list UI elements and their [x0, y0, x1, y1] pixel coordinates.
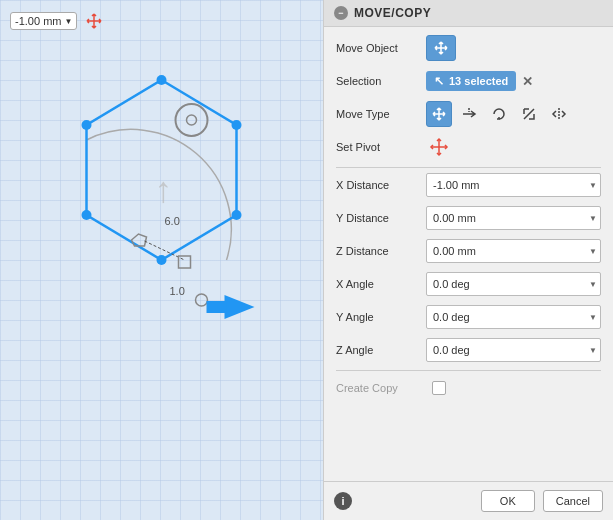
z-distance-row: Z Distance ▼ — [336, 238, 601, 264]
z-angle-input[interactable] — [426, 338, 601, 362]
cursor-icon: ↖ — [434, 74, 444, 88]
panel: − MOVE/COPY Move Object Selection ↖ 13 — [323, 0, 613, 520]
svg-point-3 — [232, 210, 242, 220]
x-angle-control: ▼ — [426, 272, 601, 296]
selection-label: Selection — [336, 75, 426, 87]
move-object-row: Move Object — [336, 35, 601, 61]
selection-count: 13 selected — [449, 75, 508, 87]
x-distance-label: X Distance — [336, 179, 426, 191]
selection-clear-button[interactable]: ✕ — [522, 74, 533, 89]
info-icon[interactable]: i — [334, 492, 352, 510]
cancel-button[interactable]: Cancel — [543, 490, 603, 512]
svg-point-4 — [157, 255, 167, 265]
move-object-label: Move Object — [336, 42, 426, 54]
y-angle-row: Y Angle ▼ — [336, 304, 601, 330]
y-distance-input[interactable] — [426, 206, 601, 230]
move-object-button[interactable] — [426, 35, 456, 61]
z-distance-input[interactable] — [426, 239, 601, 263]
move-type-rotate-button[interactable] — [486, 101, 512, 127]
x-angle-input[interactable] — [426, 272, 601, 296]
svg-marker-11 — [132, 234, 147, 246]
move-type-icons — [426, 101, 572, 127]
panel-header: − MOVE/COPY — [324, 0, 613, 27]
canvas-drawing: ↑ 6.0 1.0 — [0, 0, 323, 520]
svg-rect-17 — [207, 301, 227, 313]
move-type-label: Move Type — [336, 108, 426, 120]
z-angle-control: ▼ — [426, 338, 601, 362]
svg-point-1 — [157, 75, 167, 85]
selection-control: ↖ 13 selected ✕ — [426, 71, 601, 91]
svg-text:6.0: 6.0 — [165, 215, 180, 227]
y-angle-control: ▼ — [426, 305, 601, 329]
panel-body: Move Object Selection ↖ 13 selected ✕ — [324, 27, 613, 481]
divider-2 — [336, 370, 601, 371]
y-angle-label: Y Angle — [336, 311, 426, 323]
y-distance-row: Y Distance ▼ — [336, 205, 601, 231]
z-distance-control: ▼ — [426, 239, 601, 263]
z-angle-label: Z Angle — [336, 344, 426, 356]
panel-minimize-icon[interactable]: − — [334, 6, 348, 20]
x-angle-label: X Angle — [336, 278, 426, 290]
svg-point-5 — [82, 210, 92, 220]
create-copy-checkbox[interactable] — [432, 381, 446, 395]
z-angle-row: Z Angle ▼ — [336, 337, 601, 363]
footer-buttons: OK Cancel — [481, 490, 603, 512]
svg-rect-13 — [179, 256, 191, 268]
move-type-row: Move Type — [336, 101, 601, 127]
set-pivot-control — [426, 134, 601, 160]
move-type-scale-button[interactable] — [516, 101, 542, 127]
canvas-area: -1.00 mm ▼ ↑ 6.0 — [0, 0, 323, 520]
y-distance-label: Y Distance — [336, 212, 426, 224]
ok-button[interactable]: OK — [481, 490, 535, 512]
svg-text:↑: ↑ — [155, 169, 173, 210]
svg-point-2 — [232, 120, 242, 130]
svg-point-6 — [82, 120, 92, 130]
y-distance-control: ▼ — [426, 206, 601, 230]
x-angle-row: X Angle ▼ — [336, 271, 601, 297]
set-pivot-button[interactable] — [426, 134, 452, 160]
move-type-translate-button[interactable] — [426, 101, 452, 127]
x-distance-control: ▼ — [426, 173, 601, 197]
set-pivot-row: Set Pivot — [336, 134, 601, 160]
create-copy-label: Create Copy — [336, 382, 426, 394]
create-copy-control — [426, 381, 601, 395]
y-angle-input[interactable] — [426, 305, 601, 329]
divider-1 — [336, 167, 601, 168]
panel-title: MOVE/COPY — [354, 6, 431, 20]
svg-text:1.0: 1.0 — [170, 285, 185, 297]
set-pivot-label: Set Pivot — [336, 141, 426, 153]
move-object-control — [426, 35, 601, 61]
selection-row: Selection ↖ 13 selected ✕ — [336, 68, 601, 94]
panel-footer: i OK Cancel — [324, 481, 613, 520]
svg-marker-16 — [225, 295, 255, 319]
x-distance-row: X Distance ▼ — [336, 172, 601, 198]
z-distance-label: Z Distance — [336, 245, 426, 257]
selection-badge[interactable]: ↖ 13 selected — [426, 71, 516, 91]
create-copy-row: Create Copy — [336, 375, 601, 401]
svg-point-15 — [196, 294, 208, 306]
move-type-mirror-button[interactable] — [546, 101, 572, 127]
move-type-control — [426, 101, 601, 127]
move-type-axis-button[interactable] — [456, 101, 482, 127]
svg-point-8 — [187, 115, 197, 125]
svg-point-7 — [176, 104, 208, 136]
x-distance-input[interactable] — [426, 173, 601, 197]
